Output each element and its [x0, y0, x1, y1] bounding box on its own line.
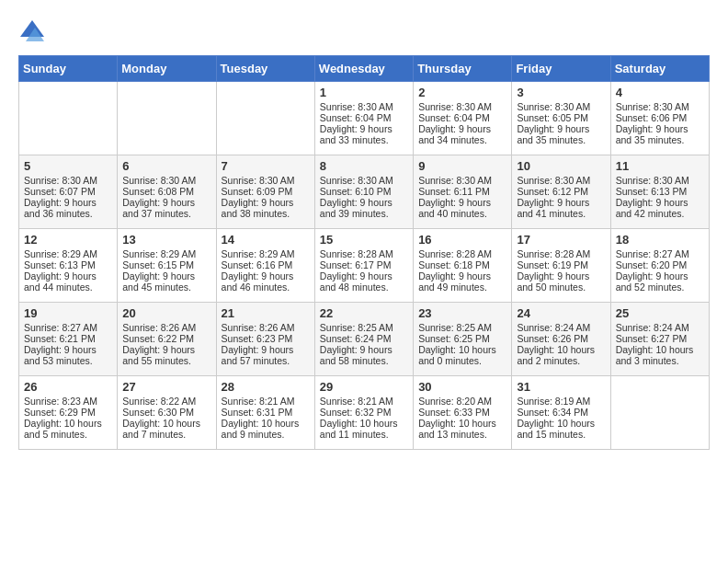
day-number: 14: [222, 233, 310, 247]
day-info: Daylight: 10 hours and 0 minutes.: [418, 344, 506, 366]
calendar-cell: [118, 82, 216, 155]
day-number: 20: [122, 306, 210, 320]
calendar-week-1: 5Sunrise: 8:30 AMSunset: 6:07 PMDaylight…: [19, 155, 710, 229]
calendar-header-monday: Monday: [118, 56, 216, 82]
calendar-week-4: 26Sunrise: 8:23 AMSunset: 6:29 PMDayligh…: [19, 376, 710, 450]
day-info: Sunset: 6:24 PM: [320, 333, 408, 344]
calendar-header-tuesday: Tuesday: [216, 56, 314, 82]
day-number: 23: [418, 306, 506, 320]
day-number: 29: [320, 380, 408, 394]
day-info: Sunset: 6:16 PM: [222, 259, 310, 270]
day-info: Daylight: 10 hours and 5 minutes.: [24, 418, 112, 440]
day-number: 1: [320, 86, 408, 99]
day-info: Sunrise: 8:30 AM: [616, 101, 704, 112]
day-number: 11: [616, 159, 704, 173]
calendar: SundayMondayTuesdayWednesdayThursdayFrid…: [18, 55, 710, 450]
day-info: Sunrise: 8:25 AM: [320, 322, 408, 333]
day-info: Sunrise: 8:30 AM: [222, 175, 310, 186]
day-number: 18: [616, 233, 704, 247]
day-info: Sunset: 6:10 PM: [320, 186, 408, 197]
day-number: 28: [222, 380, 310, 394]
day-info: Sunrise: 8:24 AM: [517, 322, 605, 333]
calendar-cell: 13Sunrise: 8:29 AMSunset: 6:15 PMDayligh…: [118, 229, 216, 303]
day-info: Sunset: 6:12 PM: [517, 186, 605, 197]
day-info: Sunrise: 8:21 AM: [320, 396, 408, 407]
day-info: Sunrise: 8:30 AM: [320, 101, 408, 112]
day-info: Sunrise: 8:29 AM: [222, 248, 310, 259]
logo-icon: [18, 18, 46, 46]
calendar-cell: 10Sunrise: 8:30 AMSunset: 6:12 PMDayligh…: [512, 155, 610, 229]
day-info: Sunset: 6:26 PM: [517, 333, 605, 344]
day-number: 19: [24, 306, 112, 320]
calendar-cell: [216, 82, 314, 155]
calendar-cell: 29Sunrise: 8:21 AMSunset: 6:32 PMDayligh…: [314, 376, 413, 450]
calendar-week-2: 12Sunrise: 8:29 AMSunset: 6:13 PMDayligh…: [19, 229, 710, 303]
day-number: 31: [517, 380, 605, 394]
day-info: Daylight: 10 hours and 7 minutes.: [122, 418, 210, 440]
day-info: Sunset: 6:09 PM: [222, 186, 310, 197]
day-info: Sunrise: 8:29 AM: [122, 248, 210, 259]
day-number: 30: [418, 380, 506, 394]
day-info: Sunset: 6:04 PM: [418, 112, 506, 123]
calendar-cell: 14Sunrise: 8:29 AMSunset: 6:16 PMDayligh…: [216, 229, 314, 303]
calendar-cell: 3Sunrise: 8:30 AMSunset: 6:05 PMDaylight…: [512, 82, 610, 155]
calendar-cell: 1Sunrise: 8:30 AMSunset: 6:04 PMDaylight…: [314, 82, 413, 155]
day-info: Sunset: 6:25 PM: [418, 333, 506, 344]
day-info: Daylight: 9 hours and 58 minutes.: [320, 344, 408, 366]
day-info: Sunset: 6:30 PM: [122, 407, 210, 418]
day-info: Sunset: 6:22 PM: [122, 333, 210, 344]
day-info: Daylight: 9 hours and 40 minutes.: [418, 197, 506, 219]
day-info: Sunset: 6:31 PM: [222, 407, 310, 418]
calendar-cell: 30Sunrise: 8:20 AMSunset: 6:33 PMDayligh…: [414, 376, 512, 450]
day-info: Daylight: 9 hours and 50 minutes.: [517, 270, 605, 293]
day-info: Daylight: 9 hours and 49 minutes.: [418, 270, 506, 293]
day-info: Daylight: 9 hours and 33 minutes.: [320, 123, 408, 145]
day-number: 6: [122, 159, 210, 173]
day-info: Sunset: 6:04 PM: [320, 112, 408, 123]
day-info: Sunset: 6:05 PM: [517, 112, 605, 123]
calendar-week-3: 19Sunrise: 8:27 AMSunset: 6:21 PMDayligh…: [19, 303, 710, 376]
day-info: Sunrise: 8:28 AM: [320, 248, 408, 259]
day-info: Sunset: 6:18 PM: [418, 259, 506, 270]
day-info: Sunrise: 8:26 AM: [222, 322, 310, 333]
day-number: 10: [517, 159, 605, 173]
calendar-header-sunday: Sunday: [19, 56, 118, 82]
day-info: Daylight: 9 hours and 35 minutes.: [616, 123, 704, 145]
day-info: Sunset: 6:13 PM: [616, 186, 704, 197]
day-info: Daylight: 9 hours and 52 minutes.: [616, 270, 704, 293]
day-info: Sunrise: 8:24 AM: [616, 322, 704, 333]
day-info: Daylight: 10 hours and 11 minutes.: [320, 418, 408, 440]
calendar-cell: 9Sunrise: 8:30 AMSunset: 6:11 PMDaylight…: [414, 155, 512, 229]
day-info: Sunrise: 8:25 AM: [418, 322, 506, 333]
day-info: Daylight: 9 hours and 35 minutes.: [517, 123, 605, 145]
day-number: 16: [418, 233, 506, 247]
day-number: 17: [517, 233, 605, 247]
day-number: 13: [122, 233, 210, 247]
calendar-cell: 17Sunrise: 8:28 AMSunset: 6:19 PMDayligh…: [512, 229, 610, 303]
day-info: Daylight: 9 hours and 44 minutes.: [24, 270, 112, 293]
day-number: 7: [222, 159, 310, 173]
day-number: 2: [418, 86, 506, 99]
day-info: Sunset: 6:13 PM: [24, 259, 112, 270]
day-info: Sunrise: 8:28 AM: [418, 248, 506, 259]
day-info: Sunset: 6:20 PM: [616, 259, 704, 270]
calendar-cell: 18Sunrise: 8:27 AMSunset: 6:20 PMDayligh…: [610, 229, 709, 303]
day-info: Sunrise: 8:23 AM: [24, 396, 112, 407]
day-info: Sunrise: 8:22 AM: [122, 396, 210, 407]
day-number: 12: [24, 233, 112, 247]
day-info: Sunset: 6:17 PM: [320, 259, 408, 270]
calendar-cell: 4Sunrise: 8:30 AMSunset: 6:06 PMDaylight…: [610, 82, 709, 155]
calendar-cell: 16Sunrise: 8:28 AMSunset: 6:18 PMDayligh…: [414, 229, 512, 303]
day-number: 5: [24, 159, 112, 173]
day-info: Daylight: 9 hours and 39 minutes.: [320, 197, 408, 219]
calendar-cell: [610, 376, 709, 450]
calendar-cell: 8Sunrise: 8:30 AMSunset: 6:10 PMDaylight…: [314, 155, 413, 229]
day-info: Sunrise: 8:30 AM: [24, 175, 112, 186]
calendar-cell: [19, 82, 118, 155]
calendar-cell: 7Sunrise: 8:30 AMSunset: 6:09 PMDaylight…: [216, 155, 314, 229]
day-info: Sunrise: 8:30 AM: [418, 101, 506, 112]
day-info: Daylight: 9 hours and 45 minutes.: [122, 270, 210, 293]
logo: [18, 18, 50, 46]
calendar-cell: 23Sunrise: 8:25 AMSunset: 6:25 PMDayligh…: [414, 303, 512, 376]
day-number: 3: [517, 86, 605, 99]
